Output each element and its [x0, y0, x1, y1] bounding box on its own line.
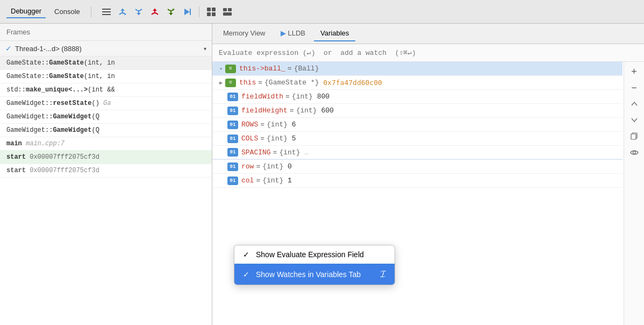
frame-item[interactable]: GameWidget::GameWidget(Q	[0, 110, 212, 124]
variable-row[interactable]: 01 fieldHeight = {int} 600	[212, 104, 622, 118]
var-value: 5	[292, 135, 296, 143]
var-name: row	[241, 162, 254, 171]
var-name: SPACING	[241, 149, 271, 157]
thread-check-icon: ✓	[5, 44, 12, 53]
eval-bar[interactable]	[212, 44, 644, 62]
toolbar-separator	[91, 6, 91, 17]
toolbar: Debugger Console	[0, 0, 644, 24]
var-equals: =	[290, 107, 294, 115]
var-value: 800	[317, 93, 330, 101]
variable-row[interactable]: 01 ROWS = {int} 6	[212, 118, 622, 132]
tab-lldb[interactable]: ▶LLDB	[274, 26, 312, 41]
variable-row[interactable]: 01 row = {int} 0	[212, 160, 622, 174]
svg-rect-9	[228, 8, 232, 11]
var-equals: =	[260, 135, 264, 143]
variable-row[interactable]: 01 COLS = {int} 5	[212, 132, 622, 146]
list-view-icon[interactable]	[221, 5, 234, 18]
cursor-hand-icon: 𝓘	[380, 269, 386, 280]
frame-item[interactable]: main main.cpp:7	[0, 137, 212, 151]
hamburger-menu-icon[interactable]	[100, 5, 113, 18]
frame-item[interactable]: start 0x00007fff2075cf3d	[0, 151, 212, 164]
checkmark-icon: ✓	[243, 250, 252, 259]
run-to-cursor-icon[interactable]	[181, 5, 194, 18]
svg-rect-12	[631, 134, 636, 139]
variable-row[interactable]: 01 fieldWidth = {int} 800	[212, 90, 622, 104]
eye-button[interactable]	[627, 145, 642, 160]
scroll-down-button[interactable]	[627, 112, 642, 128]
tab-memory-view[interactable]: Memory View	[217, 26, 272, 41]
tab-console[interactable]: Console	[50, 5, 84, 18]
type-badge: 01	[227, 176, 238, 185]
add-watch-button[interactable]: +	[627, 64, 642, 79]
variable-row[interactable]: 01 col = {int} 1	[212, 174, 622, 188]
svg-rect-10	[223, 12, 232, 16]
svg-rect-1	[102, 11, 111, 12]
scroll-up-button[interactable]	[627, 96, 642, 111]
expand-icon[interactable]: ▾	[217, 66, 225, 72]
step-into-icon[interactable]	[132, 5, 145, 18]
var-type: {int}	[292, 93, 313, 101]
grid-view-icon[interactable]	[205, 5, 218, 18]
lldb-icon: ▶	[281, 29, 286, 37]
svg-rect-7	[212, 12, 216, 16]
context-menu-item-watches[interactable]: ✓ Show Watches in Variables Tab 𝓘	[234, 264, 395, 285]
var-name: col	[241, 176, 254, 185]
tab-variables[interactable]: Variables	[314, 26, 355, 41]
var-type: {int}	[296, 107, 317, 115]
context-menu-item-label: Show Watches in Variables Tab	[256, 270, 361, 279]
frame-item[interactable]: start 0x00007fff2075cf3d	[0, 164, 212, 178]
thread-dropdown-icon[interactable]: ▾	[204, 46, 206, 52]
type-badge: 01	[227, 107, 238, 115]
thread-label: Thread-1-...d> (8888)	[15, 45, 201, 53]
var-value: 600	[321, 107, 333, 115]
tab-debugger[interactable]: Debugger	[6, 5, 46, 18]
type-badge: 01	[227, 135, 238, 143]
frames-panel: Frames ✓ Thread-1-...d> (8888) ▾ GameSta…	[0, 24, 212, 325]
var-name: COLS	[241, 135, 258, 143]
frame-item[interactable]: std::make_unique<...>(int &&	[0, 83, 212, 97]
remove-watch-button[interactable]: −	[627, 80, 642, 95]
eval-input[interactable]	[219, 49, 638, 57]
toolbar-icons	[100, 5, 234, 18]
right-panel: Memory View ▶LLDB Variables ▾ ≡ this->ba…	[212, 24, 644, 325]
frame-item[interactable]: GameWidget::GameWidget(Q	[0, 124, 212, 137]
frame-item[interactable]: GameState::GameState(int, in	[0, 70, 212, 83]
svg-rect-0	[102, 9, 111, 10]
var-value: 6	[292, 121, 296, 129]
vars-content: ▾ ≡ this->ball_ = {Ball} ▶ ≡ this = {Gam…	[212, 62, 644, 188]
svg-point-13	[633, 151, 635, 154]
var-type: {int}	[262, 162, 283, 171]
var-value: 1	[288, 176, 292, 185]
var-equals: =	[256, 176, 260, 185]
var-type: {int}	[262, 176, 283, 185]
variable-row[interactable]: 01 SPACING = {int} …	[212, 146, 622, 160]
context-menu: ✓ Show Evaluate Expression Field ✓ Show …	[234, 245, 395, 285]
var-address: 0x7fa47dd60c00	[323, 79, 382, 87]
step-out-icon[interactable]	[148, 5, 161, 18]
toolbar-separator-2	[199, 6, 199, 17]
type-badge: 01	[227, 121, 238, 129]
var-name: this->ball_	[239, 65, 285, 73]
step-over-icon[interactable]	[116, 5, 129, 18]
var-name: fieldHeight	[241, 107, 288, 115]
copy-button[interactable]	[627, 129, 642, 144]
thread-row[interactable]: ✓ Thread-1-...d> (8888) ▾	[0, 41, 212, 56]
type-badge: 01	[227, 93, 238, 101]
frame-item[interactable]: GameWidget::resetState() Ga	[0, 97, 212, 110]
type-badge: ≡	[225, 79, 236, 87]
var-type: {Ball}	[294, 65, 319, 73]
frames-header: Frames	[0, 24, 212, 41]
var-type: {int}	[279, 149, 300, 157]
var-name: fieldWidth	[241, 93, 283, 101]
variable-row[interactable]: ▾ ≡ this->ball_ = {Ball}	[212, 62, 622, 76]
svg-rect-2	[102, 14, 111, 15]
context-menu-item-evaluate[interactable]: ✓ Show Evaluate Expression Field	[234, 245, 395, 264]
expand-icon[interactable]: ▶	[217, 80, 225, 86]
frame-item[interactable]: GameState::GameState(int, in	[0, 56, 212, 70]
continue-icon[interactable]	[164, 5, 177, 18]
var-equals: =	[258, 79, 262, 87]
type-badge: 01	[227, 148, 238, 157]
variable-row[interactable]: ▶ ≡ this = {GameState *} 0x7fa47dd60c00	[212, 76, 622, 90]
sidebar-actions: + −	[624, 62, 644, 325]
right-tabs: Memory View ▶LLDB Variables	[212, 24, 644, 44]
